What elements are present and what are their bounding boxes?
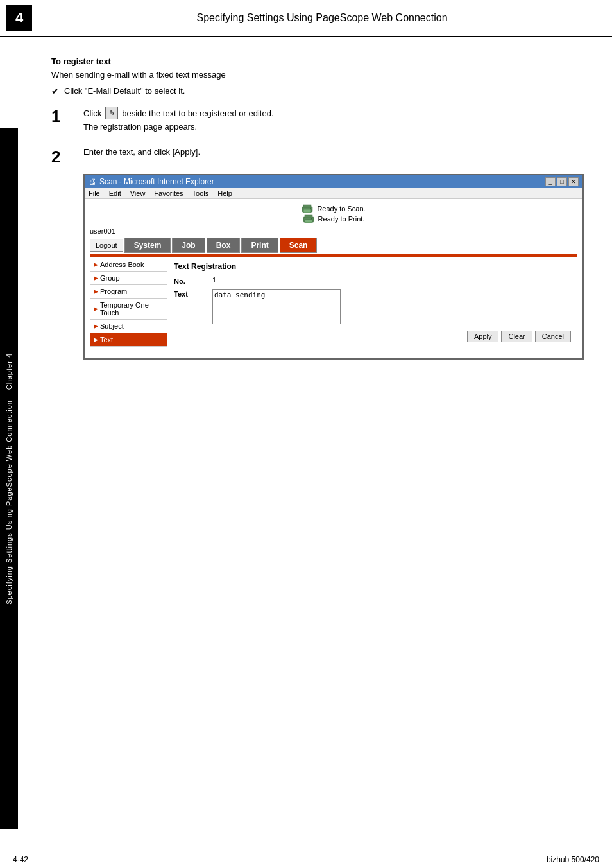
form-label-text: Text xyxy=(174,289,212,298)
arrow-icon-temp: ▶ xyxy=(94,306,98,312)
step-1-instruction: Click xyxy=(83,108,101,118)
edit-icon: ✎ xyxy=(105,107,118,119)
page-header-title: Specifying Settings Using PageScope Web … xyxy=(45,12,599,24)
check-mark: ✔ xyxy=(51,86,59,96)
footer-product-name: bizhub 500/420 xyxy=(547,855,599,864)
svg-rect-1 xyxy=(303,205,311,207)
step-1-sub: The registration page appears. xyxy=(83,122,580,132)
status-area: Ready to Scan. Ready to Print. xyxy=(90,204,577,223)
arrow-icon-address: ▶ xyxy=(94,261,98,268)
browser-title-text: Scan - Microsoft Internet Explorer xyxy=(99,177,214,186)
step-2-line: Enter the text, and click [Apply]. xyxy=(83,147,580,157)
menu-tools[interactable]: Tools xyxy=(192,189,209,197)
sidebar-label-text: Text xyxy=(100,336,113,343)
browser-titlebar: 🖨 Scan - Microsoft Internet Explorer _ □… xyxy=(85,175,582,188)
form-value-no: 1 xyxy=(212,276,571,284)
menu-favorites[interactable]: Favorites xyxy=(154,189,183,197)
red-divider xyxy=(90,254,577,257)
step-2: 2 Enter the text, and click [Apply]. xyxy=(51,147,580,165)
tab-scan[interactable]: Scan xyxy=(280,238,318,253)
footer-page-number: 4-42 xyxy=(13,855,28,864)
tab-box[interactable]: Box xyxy=(207,238,241,253)
form-label-no: No. xyxy=(174,276,212,285)
clear-button[interactable]: Clear xyxy=(501,331,532,342)
browser-icon: 🖨 xyxy=(89,177,96,186)
content-layout: ▶ Address Book ▶ Group ▶ Program ▶ Tempo… xyxy=(90,258,577,347)
sidebar-item-group[interactable]: ▶ Group xyxy=(90,272,167,285)
page-footer: 4-42 bizhub 500/420 xyxy=(0,851,612,868)
chapter-badge: 4 xyxy=(6,5,32,31)
username-line: user001 xyxy=(90,227,577,235)
left-sidebar: ▶ Address Book ▶ Group ▶ Program ▶ Tempo… xyxy=(90,258,167,347)
sidebar-item-temp-one-touch[interactable]: ▶ Temporary One-Touch xyxy=(90,299,167,320)
step-1: 1 Click ✎ beside the text to be register… xyxy=(51,107,580,138)
svg-point-7 xyxy=(311,218,312,220)
chapter-side-subtext: Specifying Settings Using PageScope Web … xyxy=(5,400,13,605)
menu-edit[interactable]: Edit xyxy=(109,189,121,197)
chapter-side-label: Chapter 4 Specifying Settings Using Page… xyxy=(0,128,18,829)
nav-tabs: Logout System Job Box Print Scan xyxy=(90,238,577,253)
step-1-content: Click ✎ beside the text to be registered… xyxy=(83,107,580,138)
printer-icon-2 xyxy=(303,214,314,223)
sidebar-label-address-book: Address Book xyxy=(100,261,144,268)
step-1-line: Click ✎ beside the text to be registered… xyxy=(83,107,580,119)
menu-help[interactable]: Help xyxy=(217,189,232,197)
status-text-2: Ready to Print. xyxy=(318,215,365,223)
form-row-no: No. 1 xyxy=(174,276,571,285)
page-header: 4 Specifying Settings Using PageScope We… xyxy=(0,0,612,37)
step-1-instruction-after: beside the text to be registered or edit… xyxy=(122,108,273,118)
sidebar-label-temp: Temporary One-Touch xyxy=(100,301,163,317)
browser-menubar: File Edit View Favorites Tools Help xyxy=(85,188,582,199)
sidebar-item-subject[interactable]: ▶ Subject xyxy=(90,320,167,333)
sidebar-item-program[interactable]: ▶ Program xyxy=(90,285,167,299)
step-1-number: 1 xyxy=(51,107,83,125)
tab-print[interactable]: Print xyxy=(241,238,278,253)
arrow-icon-program: ▶ xyxy=(94,288,98,295)
sidebar-item-text[interactable]: ▶ Text xyxy=(90,333,167,347)
arrow-icon-subject: ▶ xyxy=(94,323,98,329)
section-heading: To register text xyxy=(51,56,580,66)
browser-controls[interactable]: _ □ ✕ xyxy=(545,177,579,186)
text-textarea[interactable]: data sending xyxy=(212,289,341,324)
step-2-instruction: Enter the text, and click [Apply]. xyxy=(83,147,200,157)
sidebar-label-program: Program xyxy=(100,288,127,295)
maximize-button[interactable]: □ xyxy=(557,177,567,186)
tab-job[interactable]: Job xyxy=(172,238,205,253)
cancel-button[interactable]: Cancel xyxy=(535,331,571,342)
right-content: Text Registration No. 1 Text data sendin… xyxy=(167,258,577,347)
section-desc: When sending e-mail with a fixed text me… xyxy=(51,70,580,80)
sidebar-label-group: Group xyxy=(100,274,120,282)
step-2-content: Enter the text, and click [Apply]. xyxy=(83,147,580,159)
arrow-icon-group: ▶ xyxy=(94,275,98,281)
content-title: Text Registration xyxy=(174,262,571,271)
status-text-1: Ready to Scan. xyxy=(317,205,365,213)
arrow-icon-text: ▶ xyxy=(94,336,98,343)
check-item-text: Click "E-Mail Default" to select it. xyxy=(64,86,185,96)
minimize-button[interactable]: _ xyxy=(545,177,556,186)
sidebar-item-address-book[interactable]: ▶ Address Book xyxy=(90,258,167,272)
form-buttons: Apply Clear Cancel xyxy=(174,331,571,342)
chapter-side-text: Chapter 4 xyxy=(5,353,13,390)
printer-icon-1 xyxy=(302,204,313,213)
svg-point-3 xyxy=(310,208,311,209)
svg-rect-6 xyxy=(305,220,312,223)
step-2-number: 2 xyxy=(51,147,83,165)
status-line-2: Ready to Print. xyxy=(303,214,365,223)
apply-button[interactable]: Apply xyxy=(467,331,499,342)
menu-file[interactable]: File xyxy=(89,189,100,197)
svg-rect-5 xyxy=(305,215,312,218)
browser-body: Ready to Scan. Ready to Print. user001 L… xyxy=(85,199,582,358)
browser-window: 🖨 Scan - Microsoft Internet Explorer _ □… xyxy=(83,174,584,360)
form-row-text: Text data sending xyxy=(174,289,571,326)
status-line-1: Ready to Scan. xyxy=(302,204,365,213)
tab-system[interactable]: System xyxy=(124,238,171,253)
logout-button[interactable]: Logout xyxy=(90,239,123,252)
svg-rect-2 xyxy=(303,209,311,213)
browser-title-left: 🖨 Scan - Microsoft Internet Explorer xyxy=(89,177,214,186)
menu-view[interactable]: View xyxy=(130,189,146,197)
close-button[interactable]: ✕ xyxy=(568,177,579,186)
check-item: ✔ Click "E-Mail Default" to select it. xyxy=(51,86,580,96)
form-value-text: data sending xyxy=(212,289,571,326)
sidebar-label-subject: Subject xyxy=(100,322,124,330)
